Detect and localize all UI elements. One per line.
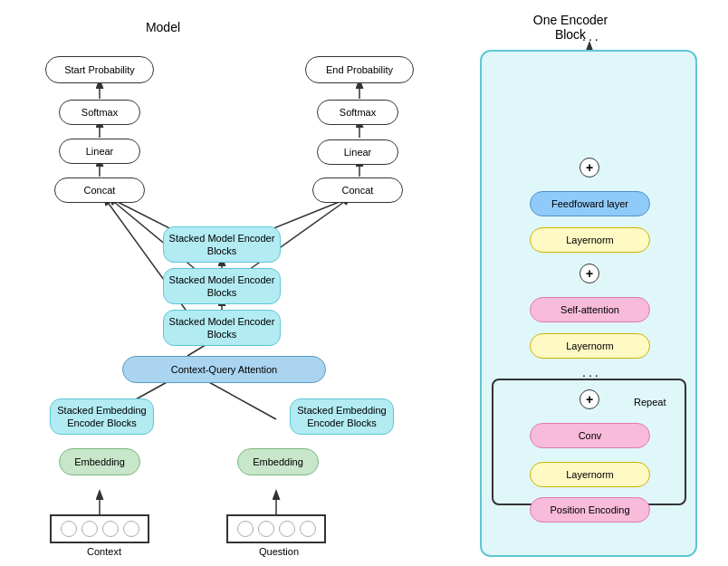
circle6	[258, 521, 274, 537]
plus-circle-top: +	[580, 158, 599, 177]
linear-r-node: Linear	[317, 139, 398, 165]
stacked-model-2: Stacked Model Encoder Blocks	[163, 268, 281, 304]
dots-inner: ...	[582, 365, 601, 379]
circle4	[123, 521, 139, 537]
repeat-label: Repeat	[634, 397, 666, 408]
emb-ctx-node: Embedding	[59, 448, 140, 475]
circle3	[102, 521, 119, 537]
layernorm3-node: Layernorm	[530, 462, 650, 487]
circle5	[237, 521, 254, 537]
concat-r-node: Concat	[312, 177, 403, 203]
circle7	[279, 521, 295, 537]
circle8	[300, 521, 316, 537]
question-input	[226, 514, 326, 543]
dots-top: ...	[582, 29, 601, 43]
layernorm1-node: Layernorm	[530, 227, 650, 253]
concat-l-node: Concat	[54, 177, 145, 203]
softmax-r-node: Softmax	[317, 100, 398, 125]
circle1	[61, 521, 77, 537]
stacked-emb-qst: Stacked Embedding Encoder Blocks	[290, 398, 394, 435]
plus-circle-mid: +	[580, 264, 599, 283]
cqa-node: Context-Query Attention	[122, 356, 326, 383]
plus-circle-inner: +	[580, 389, 599, 409]
diagram-container: { "title_model": "Model", "title_encoder…	[0, 0, 728, 566]
position-encoding-node: Position Encoding	[530, 497, 650, 523]
layernorm2-node: Layernorm	[530, 333, 650, 359]
end-prob-node: End Probability	[305, 56, 414, 83]
question-label: Question	[234, 546, 324, 557]
stacked-model-3: Stacked Model Encoder Blocks	[163, 310, 281, 346]
context-input	[50, 514, 149, 543]
model-title: Model	[118, 20, 208, 34]
softmax-l-node: Softmax	[59, 100, 140, 125]
emb-qst-node: Embedding	[237, 448, 319, 475]
linear-l-node: Linear	[59, 139, 140, 164]
start-prob-node: Start Probability	[45, 56, 154, 83]
stacked-emb-ctx: Stacked Embedding Encoder Blocks	[50, 398, 154, 435]
stacked-model-1: Stacked Model Encoder Blocks	[163, 226, 281, 263]
circle2	[81, 521, 98, 537]
feedforward-node: Feedfoward layer	[530, 191, 650, 216]
encoder-title: One Encoder Block	[516, 13, 625, 42]
conv-node: Conv	[530, 423, 650, 448]
context-label: Context	[59, 546, 149, 557]
self-attention-node: Self-attention	[530, 297, 650, 322]
